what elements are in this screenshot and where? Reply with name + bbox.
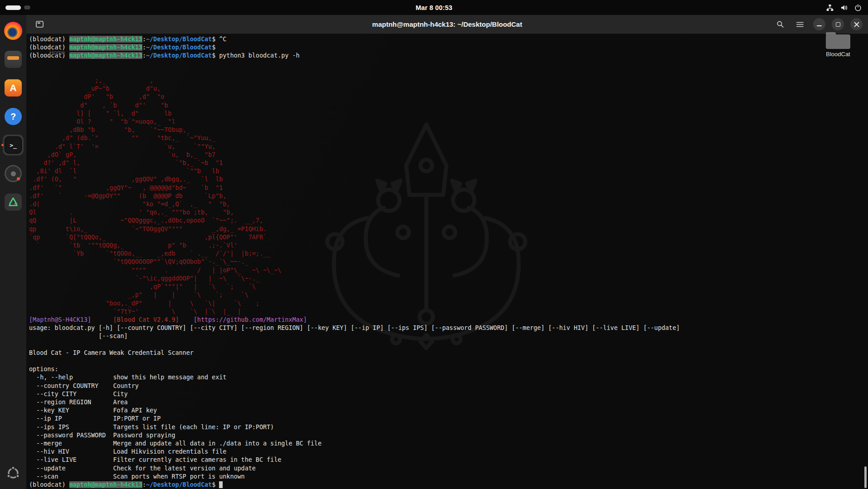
menu-button[interactable] <box>793 18 807 31</box>
close-button[interactable] <box>850 18 863 30</box>
dock-item-help[interactable]: ? <box>3 106 24 127</box>
help-icon: ? <box>5 108 22 125</box>
terminal-icon: >_ <box>5 136 22 154</box>
dock-item-app-center[interactable]: A <box>3 77 24 98</box>
dock-item-files[interactable] <box>3 49 24 70</box>
disk-icon <box>5 165 22 182</box>
terminal-scrollbar-thumb[interactable] <box>864 466 867 488</box>
terminal-viewport[interactable]: (bloodcat) maptnh@maptnh-h4ck13:~/Deskto… <box>26 34 868 489</box>
new-tab-button[interactable] <box>33 18 46 31</box>
network-icon <box>826 4 834 11</box>
workspace-indicator[interactable] <box>5 5 30 10</box>
power-icon <box>854 4 862 11</box>
workspace-pill-idle-icon <box>24 5 30 10</box>
top-bar: Mar 8 00:53 <box>0 0 868 15</box>
dock-item-firefox[interactable] <box>3 20 24 41</box>
dock-item-trash[interactable] <box>3 192 24 213</box>
files-icon <box>5 51 22 68</box>
window-title: maptnh@maptnh-h4ck13: ~/Desktop/BloodCat <box>372 20 522 28</box>
running-indicator-dot <box>1 144 4 146</box>
headerbar-controls <box>773 18 863 31</box>
minimize-icon <box>817 25 822 26</box>
dock-item-show-apps[interactable] <box>3 463 24 484</box>
window-headerbar[interactable]: maptnh@maptnh-h4ck13: ~/Desktop/BloodCat <box>26 15 868 34</box>
clock[interactable]: Mar 8 00:53 <box>415 4 452 11</box>
volume-icon <box>840 4 848 11</box>
screen: Mar 8 00:53 A <box>0 0 868 489</box>
search-button[interactable] <box>773 18 787 31</box>
hamburger-menu-icon <box>796 22 804 27</box>
app-center-icon: A <box>5 79 22 97</box>
firefox-icon <box>4 22 22 40</box>
dock-item-disks[interactable] <box>3 163 24 184</box>
dock: A ? >_ <box>0 15 26 489</box>
minimize-button[interactable] <box>813 18 825 30</box>
files-icon-bar <box>7 56 19 60</box>
terminal-window: maptnh@maptnh-h4ck13: ~/Desktop/BloodCat <box>26 15 868 489</box>
maximize-icon <box>836 22 840 27</box>
disk-icon-dot <box>17 177 20 180</box>
maximize-button[interactable] <box>832 18 844 30</box>
tab-icon <box>36 21 44 28</box>
terminal-output: (bloodcat) maptnh@maptnh-h4ck13:~/Deskto… <box>29 35 863 489</box>
search-icon <box>776 20 784 28</box>
ubuntu-logo-icon <box>5 465 22 482</box>
trash-recycle-icon <box>5 194 22 211</box>
dock-item-terminal[interactable]: >_ <box>3 135 24 155</box>
system-status-area[interactable] <box>826 4 862 11</box>
workspace-pill-active-icon <box>5 5 21 10</box>
close-icon <box>854 22 859 27</box>
